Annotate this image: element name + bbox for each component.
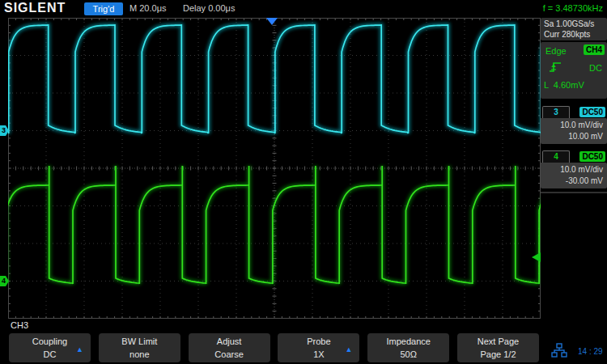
ch4-number-tab: 4 <box>542 150 570 163</box>
ch3-readouts: 10.0 mV/div 10.00 mV <box>541 118 607 144</box>
up-arrow-icon: ▲ <box>345 343 352 356</box>
trigger-coupling-label: DC <box>589 63 602 73</box>
softkey-probe[interactable]: Probe1X▲ <box>278 333 359 362</box>
sample-rate-readout: Sa 1.00GSa/s <box>544 19 607 29</box>
brand-logo: SIGLENT <box>4 1 66 15</box>
softkey-value: none <box>99 348 180 361</box>
trigger-level-readout: L 4.60mV <box>544 80 584 90</box>
softkey-value: 50Ω <box>367 348 449 361</box>
softkey-value: Page 1/2 <box>457 348 539 361</box>
softkey-next-page[interactable]: Next PagePage 1/2 <box>457 333 539 362</box>
softkey-label: Impedance <box>367 335 449 348</box>
softkey-label: Adjust <box>189 335 270 348</box>
trigger-status-badge: Trig'd <box>84 2 123 15</box>
trigger-panel[interactable]: Edge CH4 DC L 4.60mV <box>541 42 607 99</box>
softkey-label: BW Limit <box>99 335 180 348</box>
trigger-source-badge: CH4 <box>584 44 605 55</box>
up-arrow-icon: ▲ <box>76 343 83 356</box>
ch4-offset-readout: -30.00 mV <box>541 176 603 187</box>
softkey-value: Coarse <box>189 348 270 361</box>
network-status-icon <box>551 343 567 358</box>
clock-readout: 14 : 29 <box>578 347 603 356</box>
ch4-scale-readout: 10.0 mV/div <box>541 164 603 176</box>
ch4-coupling-badge: DC50 <box>579 151 605 162</box>
sidebar: Sa 1.00GSa/s Curr 280kpts Edge CH4 DC L … <box>541 18 607 364</box>
trigger-mode-label: Edge <box>545 46 567 56</box>
active-menu-title: CH3 <box>11 320 28 330</box>
softkey-adjust[interactable]: AdjustCoarse <box>189 333 270 362</box>
softkey-coupling[interactable]: CouplingDC▲ <box>9 333 91 362</box>
acquisition-panel[interactable]: Sa 1.00GSa/s Curr 280kpts <box>541 18 607 40</box>
oscilloscope-screen: SIGLENT Trig'd M 20.0μs Delay 0.00μs f =… <box>0 0 607 364</box>
ch3-coupling-badge: DC50 <box>579 107 605 117</box>
ch3-offset-readout: 10.00 mV <box>541 131 603 142</box>
delay-readout: Delay 0.00μs <box>183 3 235 13</box>
top-status-bar: SIGLENT Trig'd M 20.0μs Delay 0.00μs f =… <box>0 0 607 18</box>
frequency-counter-readout: f = 3.48730kHz <box>543 3 603 13</box>
softkey-label: Next Page <box>457 335 539 348</box>
ch3-scale-readout: 10.0 mV/div <box>541 120 603 131</box>
scope-graticule <box>8 18 541 319</box>
rising-edge-icon <box>549 61 562 74</box>
ch3-number-tab: 3 <box>542 106 570 118</box>
ch4-status-panel[interactable]: 4 DC50 10.0 mV/div -30.00 mV <box>541 150 607 188</box>
ch3-trace-glow <box>8 25 541 133</box>
ch4-readouts: 10.0 mV/div -30.00 mV <box>541 163 607 188</box>
ch3-status-panel[interactable]: 3 DC50 10.0 mV/div 10.00 mV <box>541 106 607 144</box>
memory-depth-readout: Curr 280kpts <box>544 29 607 40</box>
sidebar-divider <box>541 192 607 193</box>
waveform-display[interactable] <box>8 18 541 319</box>
softkey-impedance[interactable]: Impedance50Ω <box>367 333 449 362</box>
timebase-readout: M 20.0μs <box>129 3 166 13</box>
softkey-bw-limit[interactable]: BW Limitnone <box>99 333 180 362</box>
